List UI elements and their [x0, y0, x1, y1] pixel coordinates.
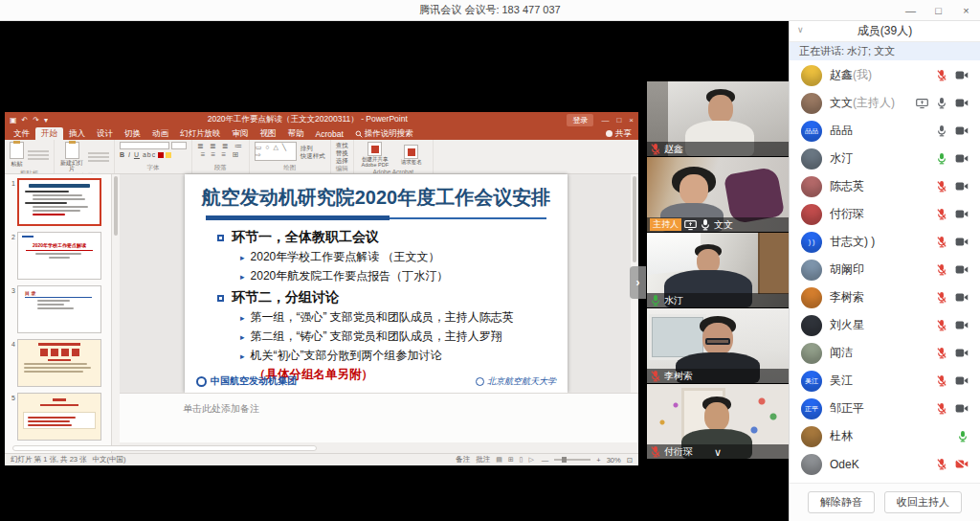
slide-number: 3 [7, 285, 17, 333]
ppt-close-icon: × [629, 116, 634, 125]
avatar [801, 343, 822, 364]
ppt-tab-2: 插入 [63, 127, 91, 140]
member-row-吴江[interactable]: 吴江 吴江 [790, 367, 980, 395]
avatar [801, 315, 822, 336]
avatar [801, 454, 822, 475]
member-row-胡阚印[interactable]: 胡阚印 [790, 256, 980, 283]
buaa-logo: 北京航空航天大学 [476, 375, 556, 388]
ribbon-group-6: 创建并共享 Adobe PDF请求签名 Adobe Acrobat [354, 140, 434, 173]
member-row-品品[interactable]: 品品 品品 [790, 117, 980, 145]
camera-icon [955, 292, 969, 303]
member-name: OdeK [830, 458, 928, 471]
member-list: 赵鑫(我) 文文(主持人) 品品 品品 [790, 60, 980, 483]
mic-icon [936, 347, 947, 359]
meeting-title: 腾讯会议 会议号: 183 477 037 [419, 3, 560, 17]
quick-access-icon-2: ↷ [33, 116, 39, 125]
video-strip-expand-handle[interactable]: › [630, 266, 646, 299]
zoom-slider [554, 459, 590, 461]
member-name: 赵鑫(我) [830, 67, 928, 83]
member-row-赵鑫(我)[interactable]: 赵鑫(我) [790, 61, 980, 89]
ppt-minimize-icon: — [601, 116, 609, 125]
shared-screen-stage[interactable]: ▣↶↷▾ 2020年工作要点解读（王文文20200311） - PowerPoi… [0, 21, 647, 521]
quick-access-icon-1: ↶ [22, 116, 29, 125]
slide-thumbnail-1: 1 [7, 178, 107, 226]
window-controls: — □ × [897, 0, 980, 21]
slide-thumbnail-4: 4 [7, 339, 107, 387]
camera-icon [955, 70, 969, 80]
member-row-水汀[interactable]: 水汀 [790, 145, 980, 172]
zoom-level: 30% [607, 456, 621, 464]
member-row-李树索[interactable]: 李树索 [790, 283, 980, 311]
member-name: 李树索 [830, 289, 928, 306]
zoom-out-icon: — [542, 456, 549, 464]
video-tile-水汀[interactable]: 水汀 [647, 233, 789, 307]
mic-icon [936, 125, 947, 137]
avatar: 正平 [801, 398, 822, 419]
member-row-陈志英[interactable]: 陈志英 [790, 172, 980, 200]
collapse-videos-icon[interactable]: ∨ [714, 445, 722, 459]
powerpoint-window: ▣↶↷▾ 2020年工作要点解读（王文文20200311） - PowerPoi… [5, 112, 638, 465]
mic-icon [936, 263, 947, 276]
mic-icon [936, 402, 947, 415]
ppt-tab-5: 动画 [146, 127, 174, 140]
slide-bullet-l1: 环节二，分组讨论 [217, 289, 568, 306]
member-row-邹正平[interactable]: 正平 邹正平 [790, 395, 980, 422]
chevron-down-icon[interactable]: ∨ [797, 25, 804, 34]
camera-icon [955, 459, 969, 469]
ribbon-group-0: 粘贴 剪贴板 [5, 140, 55, 173]
member-row-闻洁[interactable]: 闻洁 [790, 339, 980, 367]
ribbon-group-2: B I U abc 字体 [115, 140, 192, 173]
unmute-button[interactable]: 解除静音 [808, 491, 875, 513]
aecc-logo: 中国航空发动机集团 [196, 374, 297, 388]
mic-icon [936, 97, 947, 109]
close-button[interactable]: × [952, 0, 980, 21]
member-name: 刘火星 [830, 317, 928, 333]
member-name: 甘志文) ) [830, 234, 928, 250]
member-row-OdeK[interactable]: OdeK [790, 450, 980, 478]
ribbon-group-4: ▭ ○ △ ╲ ⇨排列快速样式 绘图 [250, 140, 331, 173]
avatar [801, 260, 822, 281]
ppt-ribbon: 粘贴 剪贴板 新建幻灯片 幻灯片 B I U abc 字体 ≣ ≣ ≣ ≔≡ ≡… [5, 140, 638, 174]
ppt-tab-9: 帮助 [282, 127, 310, 140]
minimize-button[interactable]: — [897, 0, 924, 21]
video-tile-赵鑫[interactable]: 赵鑫 [647, 81, 789, 156]
slide-title: 航空发动机研究院2020年度工作会议安排 [185, 185, 568, 211]
video-tile-文文[interactable]: 主持人 文文 [647, 157, 789, 232]
maximize-button[interactable]: □ [924, 0, 952, 21]
member-name: 品品 [830, 123, 928, 139]
ppt-document-title: 2020年工作要点解读（王文文20200311） - PowerPoint [48, 114, 568, 125]
zoom-in-icon: + [596, 456, 600, 464]
mic-icon [650, 294, 661, 306]
now-speaking-bar: 正在讲话: 水汀; 文文 [790, 42, 980, 60]
meeting-titlebar: 腾讯会议 会议号: 183 477 037 — □ × [0, 0, 980, 21]
avatar: ) ) [801, 232, 822, 253]
avatar [801, 93, 822, 114]
buaa-logo-icon [476, 377, 484, 386]
member-row-刘火星[interactable]: 刘火星 [790, 311, 980, 339]
member-row-付衍琛[interactable]: 付衍琛 [790, 200, 980, 228]
member-row-文文(主持人)[interactable]: 文文(主持人) [790, 89, 980, 117]
camera-icon [955, 181, 969, 192]
ppt-tab-6: 幻灯片放映 [174, 127, 227, 140]
avatar: 吴江 [801, 371, 822, 392]
slide-bullet-l2: ▸2020年学校工作要点解读 （王文文） [240, 249, 568, 265]
language-indicator: 中文(中国) [93, 455, 126, 464]
mic-icon [936, 291, 947, 304]
members-panel-title: 成员(39人) [858, 23, 912, 39]
member-row-甘志文) )[interactable]: ) ) 甘志文) ) [790, 228, 980, 256]
screen-share-icon [916, 98, 928, 109]
mic-icon [936, 180, 947, 193]
member-row-杜林[interactable]: 杜林 [790, 422, 980, 450]
ppt-tab-3: 设计 [91, 127, 119, 140]
reclaim-host-button[interactable]: 收回主持人 [884, 491, 962, 513]
slide-bullet-l2: ▸2020年航发院工作要点报告（丁水汀） [240, 268, 568, 284]
ribbon-group-1: 新建幻灯片 幻灯片 [55, 140, 115, 173]
video-tile-付衍琛[interactable]: 付衍琛∨ [647, 384, 789, 459]
avatar: 品品 [801, 121, 822, 142]
mic-icon [936, 458, 947, 470]
ppt-tab-0: 文件 [8, 127, 35, 140]
slide-title-rule [206, 215, 546, 220]
members-panel-footer: 解除静音收回主持人 [790, 483, 980, 521]
fit-slide-icon: ⊡ [627, 456, 633, 464]
video-tile-李树索[interactable]: 李树索 [647, 308, 789, 383]
